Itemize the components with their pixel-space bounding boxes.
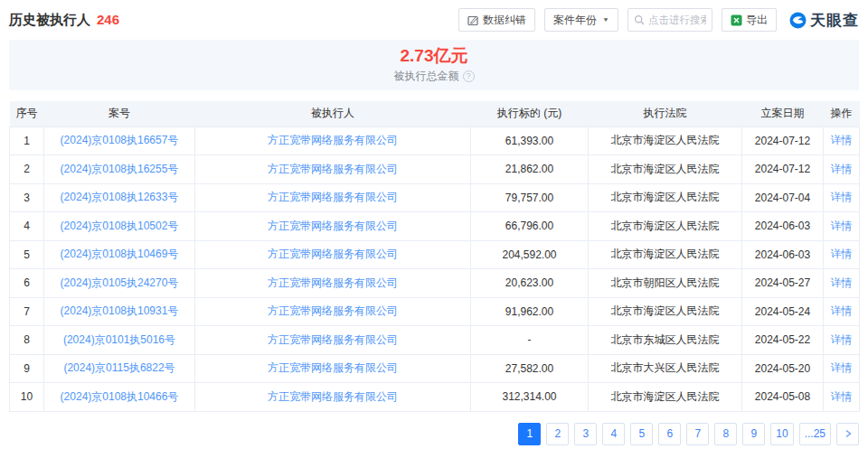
executee-link[interactable]: 方正宽带网络服务有限公司	[268, 390, 398, 403]
col-header-case-number: 案号	[44, 101, 195, 126]
detail-link[interactable]: 详情	[831, 134, 853, 146]
page-button[interactable]: 7	[686, 423, 709, 445]
executee-link[interactable]: 方正宽带网络服务有限公司	[268, 304, 398, 317]
table-row: 3(2024)京0108执12633号方正宽带网络服务有限公司79,757.00…	[10, 183, 860, 212]
date-cell: 2024-05-20	[742, 354, 824, 383]
date-cell: 2024-06-03	[742, 212, 824, 241]
case-number-cell: (2024)京0108执10469号	[44, 240, 195, 269]
page-button[interactable]: 1	[518, 423, 541, 445]
export-button[interactable]: 导出	[722, 8, 777, 32]
action-cell: 详情	[824, 354, 860, 383]
detail-link[interactable]: 详情	[831, 276, 853, 289]
col-header-date: 立案日期	[742, 101, 824, 126]
page-button[interactable]: 9	[742, 423, 765, 445]
date-cell: 2024-05-22	[742, 326, 824, 355]
next-page-button[interactable]	[836, 423, 859, 445]
export-label: 导出	[746, 13, 768, 28]
date-cell: 2024-07-04	[742, 183, 824, 212]
court-cell: 北京市大兴区人民法院	[589, 354, 742, 383]
case-number-link[interactable]: (2024)京0108执10466号	[61, 390, 179, 403]
search-icon	[634, 14, 645, 25]
executee-link[interactable]: 方正宽带网络服务有限公司	[268, 191, 398, 203]
table-row: 5(2024)京0108执10469号方正宽带网络服务有限公司204,592.0…	[10, 240, 860, 269]
row-index-cell: 1	[10, 126, 44, 155]
table-row: 2(2024)京0108执16255号方正宽带网络服务有限公司21,862.00…	[10, 155, 860, 184]
executee-cell: 方正宽带网络服务有限公司	[195, 240, 471, 269]
court-cell: 北京市海淀区人民法院	[589, 126, 742, 155]
detail-link[interactable]: 详情	[831, 304, 853, 317]
court-cell: 北京市海淀区人民法院	[589, 297, 742, 326]
case-number-link[interactable]: (2024)京0108执10502号	[61, 220, 179, 232]
executee-link[interactable]: 方正宽带网络服务有限公司	[268, 134, 398, 146]
table-row: 9(2024)京0115执6822号方正宽带网络服务有限公司27,582.00北…	[10, 354, 860, 383]
table-row: 6(2024)京0105执24270号方正宽带网络服务有限公司20,623.00…	[10, 269, 860, 298]
executee-link[interactable]: 方正宽带网络服务有限公司	[268, 248, 398, 260]
executee-cell: 方正宽带网络服务有限公司	[195, 297, 471, 326]
col-header-index: 序号	[10, 101, 44, 126]
page-button[interactable]: 8	[714, 423, 737, 445]
search-input[interactable]	[648, 14, 706, 25]
page-button[interactable]: 10	[770, 423, 793, 445]
detail-link[interactable]: 详情	[831, 333, 853, 346]
detail-link[interactable]: 详情	[831, 220, 853, 232]
row-index-cell: 5	[10, 240, 44, 269]
title-wrap: 历史被执行人 246	[9, 12, 119, 29]
case-number-cell: (2024)京0108执12633号	[44, 183, 195, 212]
page-button[interactable]: 4	[602, 423, 625, 445]
page-buttons: 12345678910...25	[518, 423, 831, 445]
amount-cell: 312,314.00	[471, 383, 589, 412]
amount-cell: 20,623.00	[471, 269, 589, 298]
case-number-link[interactable]: (2024)京0108执10469号	[61, 248, 179, 260]
case-number-link[interactable]: (2024)京0108执16255号	[61, 163, 179, 175]
page-button[interactable]: 3	[574, 423, 597, 445]
executee-link[interactable]: 方正宽带网络服务有限公司	[268, 220, 398, 232]
page-button[interactable]: 6	[658, 423, 681, 445]
action-cell: 详情	[824, 126, 860, 155]
help-question-icon[interactable]: ?	[463, 70, 475, 82]
detail-link[interactable]: 详情	[831, 248, 853, 260]
page-button[interactable]: 2	[546, 423, 569, 445]
case-number-link[interactable]: (2024)京0108执16657号	[61, 134, 179, 146]
amount-cell: 66,796.00	[471, 212, 589, 241]
action-cell: 详情	[824, 155, 860, 184]
search-box[interactable]	[627, 8, 712, 32]
data-correction-button[interactable]: 数据纠错	[458, 8, 535, 32]
col-header-executee: 被执行人	[195, 101, 471, 126]
detail-link[interactable]: 详情	[831, 163, 853, 175]
case-number-link[interactable]: (2024)京0115执6822号	[63, 361, 175, 374]
date-cell: 2024-05-24	[742, 297, 824, 326]
tianyancha-logo[interactable]: 天眼查	[789, 10, 859, 31]
executee-link[interactable]: 方正宽带网络服务有限公司	[268, 333, 398, 346]
case-number-link[interactable]: (2024)京0101执5016号	[63, 333, 175, 346]
executee-cell: 方正宽带网络服务有限公司	[195, 326, 471, 355]
table-header: 序号 案号 被执行人 执行标的 (元) 执行法院 立案日期 操作	[10, 101, 860, 126]
executee-cell: 方正宽带网络服务有限公司	[195, 269, 471, 298]
case-number-link[interactable]: (2024)京0105执24270号	[61, 276, 179, 289]
date-cell: 2024-07-12	[742, 155, 824, 184]
case-number-link[interactable]: (2024)京0108执10931号	[61, 304, 179, 317]
detail-link[interactable]: 详情	[831, 191, 853, 203]
record-count-badge: 246	[97, 12, 119, 27]
detail-link[interactable]: 详情	[831, 361, 853, 374]
page-button[interactable]: 5	[630, 423, 653, 445]
date-cell: 2024-05-27	[742, 269, 824, 298]
case-year-dropdown[interactable]: 案件年份 ▼	[544, 8, 618, 32]
executee-link[interactable]: 方正宽带网络服务有限公司	[268, 276, 398, 289]
case-number-cell: (2024)京0108执16657号	[44, 126, 195, 155]
detail-link[interactable]: 详情	[831, 390, 853, 403]
court-cell: 北京市海淀区人民法院	[589, 383, 742, 412]
page-button[interactable]: ...25	[799, 423, 831, 445]
excel-export-icon	[731, 14, 742, 26]
case-number-link[interactable]: (2024)京0108执12633号	[61, 191, 179, 203]
table-row: 1(2024)京0108执16657号方正宽带网络服务有限公司61,393.00…	[10, 126, 860, 155]
action-cell: 详情	[824, 240, 860, 269]
date-cell: 2024-06-03	[742, 240, 824, 269]
executee-cell: 方正宽带网络服务有限公司	[195, 126, 471, 155]
case-year-label: 案件年份	[553, 13, 597, 28]
executee-link[interactable]: 方正宽带网络服务有限公司	[268, 163, 398, 175]
executee-link[interactable]: 方正宽带网络服务有限公司	[268, 361, 398, 374]
executee-cell: 方正宽带网络服务有限公司	[195, 155, 471, 184]
col-header-amount: 执行标的 (元)	[471, 101, 589, 126]
court-cell: 北京市海淀区人民法院	[589, 212, 742, 241]
amount-cell: 204,592.00	[471, 240, 589, 269]
